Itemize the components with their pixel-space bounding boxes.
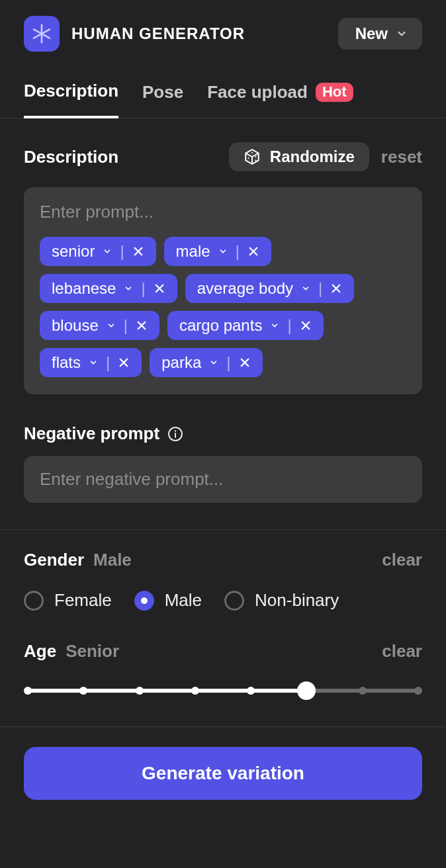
slider-tick xyxy=(414,687,422,695)
chip-label: male xyxy=(176,242,210,261)
brand: HUMAN GENERATOR xyxy=(24,16,245,52)
chevron-down-icon[interactable] xyxy=(270,321,279,330)
chip-separator: | xyxy=(124,316,128,335)
tab-pose[interactable]: Pose xyxy=(142,82,183,117)
negative-prompt-box xyxy=(24,456,422,503)
chip[interactable]: lebanese| xyxy=(40,274,177,303)
tab-label: Pose xyxy=(142,82,183,103)
info-icon xyxy=(167,426,183,442)
description-title: Description xyxy=(24,147,118,167)
chevron-down-icon[interactable] xyxy=(209,358,218,367)
chip-label: flats xyxy=(52,353,81,372)
chip-container: senior|male|lebanese|average body|blouse… xyxy=(40,237,406,377)
age-slider[interactable] xyxy=(24,681,422,700)
age-section: Age Senior clear xyxy=(0,611,446,700)
radio-option[interactable]: Female xyxy=(24,590,112,611)
svg-point-6 xyxy=(247,157,249,159)
chevron-down-icon[interactable] xyxy=(89,358,98,367)
svg-point-7 xyxy=(255,156,256,157)
close-icon[interactable] xyxy=(154,282,165,294)
negative-prompt-input[interactable] xyxy=(40,469,406,490)
radio-label: Male xyxy=(165,590,202,611)
slider-tick xyxy=(24,687,32,695)
prompt-input[interactable] xyxy=(40,202,406,222)
radio-option[interactable]: Non-binary xyxy=(224,590,339,611)
app-title: HUMAN GENERATOR xyxy=(71,24,245,43)
new-button-label: New xyxy=(355,24,388,43)
close-icon[interactable] xyxy=(247,245,259,257)
chevron-down-icon[interactable] xyxy=(103,247,112,256)
slider-track-fill xyxy=(28,689,306,693)
close-icon[interactable] xyxy=(118,357,130,369)
description-header: Description Randomize reset xyxy=(24,142,422,171)
app-logo xyxy=(24,16,60,52)
svg-point-27 xyxy=(175,430,176,431)
chip-separator: | xyxy=(226,353,230,372)
reset-button[interactable]: reset xyxy=(381,147,422,167)
age-clear-button[interactable]: clear xyxy=(382,641,422,662)
age-title: Age xyxy=(24,641,56,662)
close-icon[interactable] xyxy=(300,320,312,331)
header: HUMAN GENERATOR New xyxy=(0,0,446,52)
tab-label: Description xyxy=(24,81,118,101)
radio-label: Female xyxy=(54,590,112,611)
chevron-down-icon[interactable] xyxy=(124,284,133,293)
slider-tick xyxy=(359,687,367,695)
svg-point-8 xyxy=(255,159,256,161)
tab-face-upload[interactable]: Face upload Hot xyxy=(207,82,353,117)
chip-label: blouse xyxy=(52,316,99,335)
tab-description[interactable]: Description xyxy=(24,81,118,118)
chevron-down-icon[interactable] xyxy=(107,321,116,330)
description-section: Description Randomize reset senior|male|… xyxy=(0,118,446,503)
gender-value: Male xyxy=(93,550,132,570)
slider-thumb[interactable] xyxy=(297,681,316,700)
tab-label: Face upload xyxy=(207,82,308,103)
chevron-down-icon[interactable] xyxy=(301,284,310,293)
chip-separator: | xyxy=(318,279,322,298)
chevron-down-icon[interactable] xyxy=(218,247,228,256)
prompt-box: senior|male|lebanese|average body|blouse… xyxy=(24,187,422,394)
slider-tick xyxy=(79,687,87,695)
slider-tick xyxy=(136,687,144,695)
randomize-label: Randomize xyxy=(270,148,355,166)
gender-clear-button[interactable]: clear xyxy=(382,550,422,570)
age-value: Senior xyxy=(66,641,119,662)
radio-option[interactable]: Male xyxy=(134,590,202,611)
cta-wrap: Generate variation xyxy=(0,726,446,800)
chip[interactable]: flats| xyxy=(40,348,142,377)
tabs: Description Pose Face upload Hot xyxy=(0,52,446,118)
chip[interactable]: senior| xyxy=(40,237,156,266)
gender-radios: FemaleMaleNon-binary xyxy=(24,590,422,611)
gender-title: Gender xyxy=(24,550,84,570)
gender-section: Gender Male clear FemaleMaleNon-binary xyxy=(0,530,446,611)
close-icon[interactable] xyxy=(136,320,148,331)
chip-label: cargo pants xyxy=(179,316,262,335)
chip-separator: | xyxy=(141,279,145,298)
slider-tick xyxy=(247,687,255,695)
description-actions: Randomize reset xyxy=(229,142,422,171)
slider-tick xyxy=(191,687,199,695)
close-icon[interactable] xyxy=(239,357,251,369)
randomize-button[interactable]: Randomize xyxy=(229,142,369,171)
generate-variation-button[interactable]: Generate variation xyxy=(24,747,422,800)
chip[interactable]: male| xyxy=(164,237,271,266)
negative-prompt-title: Negative prompt xyxy=(24,423,159,444)
chip-separator: | xyxy=(106,353,110,372)
chip-label: parka xyxy=(161,353,201,372)
dice-icon xyxy=(244,148,261,165)
chip[interactable]: cargo pants| xyxy=(167,311,324,340)
chip-separator: | xyxy=(120,242,124,261)
radio-circle-icon xyxy=(134,591,154,611)
chevron-down-icon xyxy=(396,28,408,40)
chip-label: average body xyxy=(197,279,293,298)
close-icon[interactable] xyxy=(132,245,144,257)
chip[interactable]: average body| xyxy=(185,274,355,303)
chip[interactable]: parka| xyxy=(150,348,262,377)
new-button[interactable]: New xyxy=(338,18,422,50)
chip-label: lebanese xyxy=(52,279,116,298)
snowflake-icon xyxy=(31,23,52,44)
close-icon[interactable] xyxy=(330,282,342,294)
chip-separator: | xyxy=(287,316,291,335)
chip[interactable]: blouse| xyxy=(40,311,159,340)
age-header: Age Senior clear xyxy=(24,641,422,662)
